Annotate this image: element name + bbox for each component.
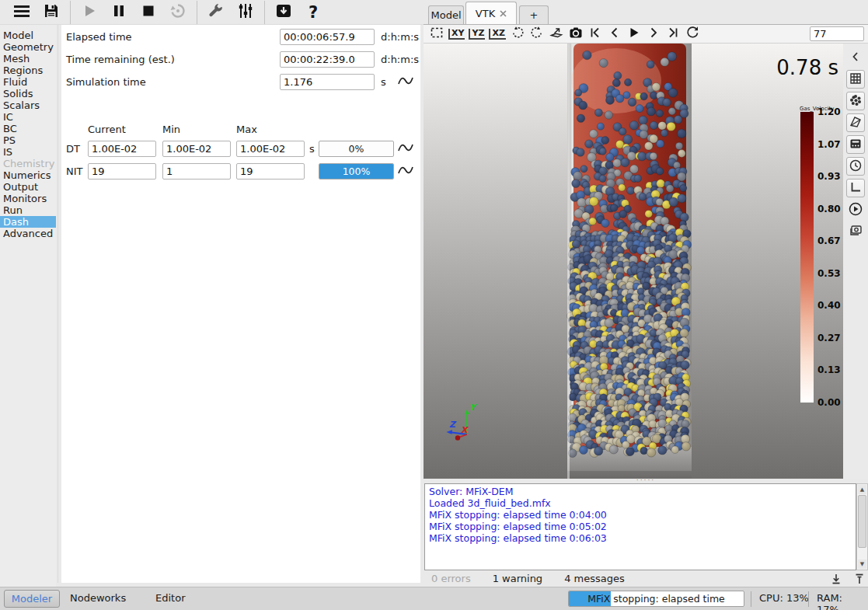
scroll-top-icon[interactable] bbox=[852, 572, 866, 586]
mesh-grid-button[interactable] bbox=[846, 70, 865, 89]
sidebar-item-run[interactable]: Run bbox=[0, 204, 56, 216]
history-button[interactable] bbox=[846, 157, 865, 176]
mode-nodeworks-button[interactable]: Nodeworks bbox=[70, 592, 126, 604]
main-toolbar: ? bbox=[0, 0, 424, 25]
collapse-chevron-button[interactable] bbox=[846, 48, 865, 67]
cells-button[interactable] bbox=[846, 135, 865, 154]
cells-icon bbox=[849, 137, 863, 153]
plot-dt-button[interactable] bbox=[396, 141, 415, 155]
sidebar-item-ic[interactable]: IC bbox=[0, 111, 56, 123]
tab-model[interactable]: Model bbox=[428, 5, 464, 24]
tab-add[interactable]: + bbox=[519, 5, 549, 24]
prev-frame-button[interactable] bbox=[607, 26, 622, 42]
plane-xy-button[interactable]: XY bbox=[448, 26, 465, 42]
dt-current-input[interactable] bbox=[88, 141, 156, 157]
perspective-button[interactable] bbox=[549, 26, 564, 42]
mode-modeler-button[interactable]: Modeler bbox=[4, 590, 60, 608]
sidebar-item-fluid[interactable]: Fluid bbox=[0, 76, 56, 88]
geometry-button[interactable] bbox=[846, 113, 865, 132]
export-button[interactable] bbox=[274, 2, 294, 23]
screenshot-button[interactable] bbox=[846, 222, 865, 241]
sidebar-item-numerics[interactable]: Numerics bbox=[0, 169, 56, 181]
next-frame-button[interactable] bbox=[646, 26, 661, 42]
sidebar-item-model[interactable]: Model bbox=[0, 30, 56, 41]
toolbar-group bbox=[197, 2, 264, 23]
sidebar-item-regions[interactable]: Regions bbox=[0, 64, 56, 76]
col-header-max: Max bbox=[236, 124, 257, 136]
snapshot-button[interactable] bbox=[568, 26, 584, 42]
elapsed-time-input[interactable] bbox=[280, 29, 375, 45]
scrollbar-down-icon[interactable]: ▼ bbox=[858, 559, 866, 569]
dt-min-input[interactable] bbox=[162, 141, 231, 157]
plot-nit-button[interactable] bbox=[396, 163, 415, 177]
sidebar-item-scalars[interactable]: Scalars bbox=[0, 99, 56, 111]
plot-simulation-time-button[interactable] bbox=[396, 74, 415, 88]
mode-editor-button[interactable]: Editor bbox=[155, 592, 185, 604]
plane-yz-button[interactable]: YZ bbox=[469, 26, 485, 42]
sidebar-item-dash[interactable]: Dash bbox=[0, 216, 56, 228]
message-statusbar: 0 errors 1 warning 4 messages bbox=[424, 570, 868, 587]
scroll-bottom-icon[interactable] bbox=[829, 572, 843, 586]
particles-button[interactable] bbox=[846, 92, 865, 110]
sidebar-item-chemistry[interactable]: Chemistry bbox=[0, 158, 56, 169]
menu-button[interactable] bbox=[12, 2, 32, 23]
console-log[interactable]: Solver: MFiX-DEMLoaded 3d_fluid_bed.mfxM… bbox=[424, 483, 856, 570]
reset-button[interactable] bbox=[168, 2, 188, 23]
last-frame-button[interactable] bbox=[665, 26, 681, 42]
first-frame-button[interactable] bbox=[587, 26, 603, 42]
wrench-button[interactable] bbox=[206, 2, 226, 23]
nit-progressbar: 100% bbox=[319, 163, 394, 180]
axes-button[interactable] bbox=[846, 179, 865, 197]
warnings-count[interactable]: 1 warning bbox=[493, 573, 542, 584]
mesh-grid-icon bbox=[849, 71, 863, 88]
rotate-ccw-button[interactable] bbox=[510, 26, 525, 42]
tab-vtk[interactable]: VTK bbox=[465, 2, 517, 24]
scrollbar-thumb[interactable] bbox=[858, 495, 866, 548]
console-scrollbar[interactable]: ▲ ▼ bbox=[856, 483, 868, 570]
cpu-usage: CPU: 13% bbox=[759, 592, 809, 604]
nit-current-input[interactable] bbox=[88, 163, 156, 180]
time-remaining-input[interactable] bbox=[280, 51, 375, 68]
nit-min-input[interactable] bbox=[162, 163, 231, 180]
messages-count[interactable]: 4 messages bbox=[564, 573, 625, 584]
vtk-view[interactable]: YZX 0.78 s Gas_Velocity 1.201.070.930.80… bbox=[424, 44, 843, 479]
close-icon[interactable] bbox=[500, 8, 507, 19]
vertical-splitter[interactable] bbox=[58, 25, 58, 583]
colorbar-tick: 0.27 bbox=[817, 333, 843, 343]
vtk-toolbar: XYYZXZ bbox=[424, 25, 868, 44]
pause-button[interactable] bbox=[109, 2, 129, 23]
fit-view-button[interactable] bbox=[429, 26, 444, 42]
nit-max-input[interactable] bbox=[236, 163, 305, 180]
help-button[interactable]: ? bbox=[303, 2, 323, 23]
toolbar-group bbox=[3, 2, 70, 23]
scrollbar-up-icon[interactable]: ▲ bbox=[858, 485, 866, 494]
vtk-scene[interactable]: YZX bbox=[424, 44, 843, 479]
sidebar-item-geometry[interactable]: Geometry bbox=[0, 41, 56, 53]
errors-count[interactable]: 0 errors bbox=[431, 573, 471, 584]
stop-button[interactable] bbox=[138, 2, 159, 23]
save-button[interactable] bbox=[41, 2, 61, 23]
frame-number-input[interactable] bbox=[810, 26, 864, 41]
sidebar-item-monitors[interactable]: Monitors bbox=[0, 193, 56, 204]
simulation-time-input[interactable] bbox=[280, 74, 375, 90]
dt-max-input[interactable] bbox=[236, 141, 305, 157]
particles-icon bbox=[849, 93, 863, 110]
sliders-icon bbox=[237, 2, 254, 22]
sidebar-item-output[interactable]: Output bbox=[0, 181, 56, 193]
sidebar-item-solids[interactable]: Solids bbox=[0, 88, 56, 99]
sidebar-item-ps[interactable]: PS bbox=[0, 134, 56, 146]
sidebar-item-bc[interactable]: BC bbox=[0, 123, 56, 134]
play-frames-button[interactable] bbox=[626, 26, 642, 42]
sidebar-item-mesh[interactable]: Mesh bbox=[0, 53, 56, 64]
fit-view-icon bbox=[430, 26, 444, 42]
play-button[interactable] bbox=[79, 2, 99, 23]
sidebar-item-advanced[interactable]: Advanced bbox=[0, 228, 56, 239]
sliders-button[interactable] bbox=[235, 2, 256, 23]
rotate-cw-button[interactable] bbox=[529, 26, 545, 42]
col-header-min: Min bbox=[162, 124, 180, 136]
plane-xz-button[interactable]: XZ bbox=[489, 26, 505, 42]
sidebar-item-is[interactable]: IS bbox=[0, 146, 56, 158]
play-overlay-button[interactable] bbox=[846, 200, 865, 219]
geometry-icon bbox=[849, 115, 863, 131]
reload-button[interactable] bbox=[685, 26, 700, 42]
